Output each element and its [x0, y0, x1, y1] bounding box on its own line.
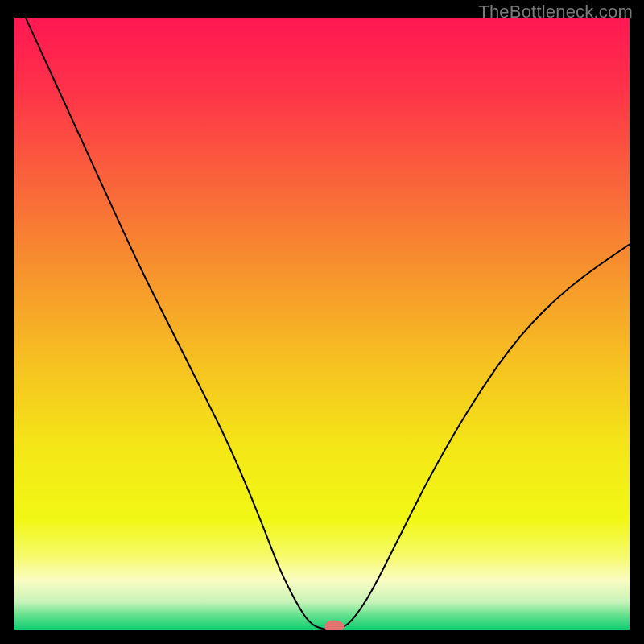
chart-svg: [14, 18, 630, 630]
chart-frame: TheBottleneck.com: [0, 0, 644, 644]
watermark-text: TheBottleneck.com: [478, 2, 633, 23]
background-rect: [14, 18, 630, 630]
plot-area: [14, 18, 630, 630]
